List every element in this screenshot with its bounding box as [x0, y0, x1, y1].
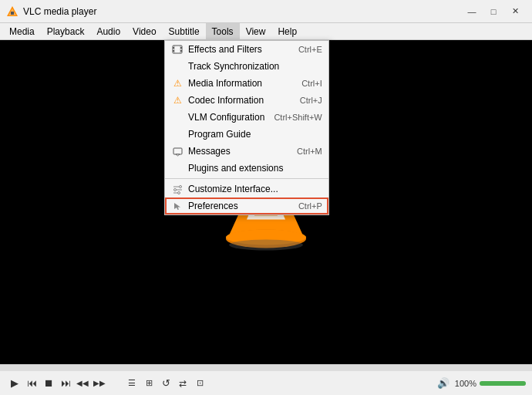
menu-separator — [165, 178, 328, 179]
menu-audio[interactable]: Audio — [90, 23, 126, 40]
faster-button[interactable]: ▶▶ — [91, 375, 108, 392]
minimize-button[interactable]: — — [461, 1, 483, 22]
app-icon — [6, 5, 19, 18]
maximize-button[interactable]: □ — [483, 1, 504, 22]
playlist-button[interactable]: ☰ — [123, 375, 140, 392]
seek-bar[interactable] — [0, 365, 532, 371]
menu-item-vlm[interactable]: VLM Configuration Ctrl+Shift+W — [165, 109, 328, 126]
play-button[interactable]: ▶ — [6, 375, 23, 392]
loop-button[interactable]: ↺ — [157, 375, 174, 392]
menu-tools[interactable]: Tools — [206, 23, 240, 40]
plugins-label: Plugins and extensions — [188, 163, 313, 174]
control-bar: ▶ ⏮ ⏹ ⏭ ◀◀ ▶▶ ☰ ⊞ ↺ ⇄ ⊡ 🔊 100% — [0, 364, 532, 395]
media-info-shortcut: Ctrl+I — [301, 79, 322, 88]
track-sync-label: Track Synchronization — [188, 61, 313, 72]
codec-info-label: Codec Information — [188, 95, 291, 106]
customize-label: Customize Interface... — [188, 184, 313, 194]
menu-subtitle[interactable]: Subtitle — [163, 23, 206, 40]
app-title: VLC media player — [23, 6, 461, 17]
menu-item-plugins[interactable]: Plugins and extensions — [165, 160, 328, 177]
program-guide-label: Program Guide — [188, 129, 313, 140]
menu-item-track-sync[interactable]: Track Synchronization — [165, 58, 328, 75]
film-icon — [170, 44, 185, 55]
preferences-shortcut: Ctrl+P — [298, 201, 322, 211]
preferences-label: Preferences — [188, 201, 289, 211]
extended-button[interactable]: ⊞ — [140, 375, 157, 392]
warning-icon-media: ⚠ — [170, 78, 185, 89]
main-area: Effects and Filters Ctrl+E Track Synchro… — [0, 40, 532, 363]
warning-icon-codec: ⚠ — [170, 95, 185, 106]
media-info-label: Media Information — [188, 78, 292, 89]
controls-row: ▶ ⏮ ⏹ ⏭ ◀◀ ▶▶ ☰ ⊞ ↺ ⇄ ⊡ 🔊 100% — [0, 371, 532, 395]
volume-area: 🔊 100% — [435, 375, 526, 392]
svg-marker-17 — [176, 154, 180, 156]
volume-icon: 🔊 — [435, 375, 452, 392]
vlm-label: VLM Configuration — [188, 112, 264, 123]
svg-rect-16 — [173, 148, 182, 154]
menu-item-program-guide[interactable]: Program Guide — [165, 126, 328, 143]
svg-point-22 — [177, 191, 180, 194]
menu-bar: Media Playback Audio Video Subtitle Tool… — [0, 23, 532, 40]
menu-item-customize[interactable]: Customize Interface... — [165, 181, 328, 198]
preferences-icon — [170, 201, 185, 211]
menu-playback[interactable]: Playback — [41, 23, 91, 40]
tools-dropdown-menu: Effects and Filters Ctrl+E Track Synchro… — [164, 40, 329, 215]
menu-item-preferences[interactable]: Preferences Ctrl+P — [165, 198, 328, 214]
menu-view[interactable]: View — [240, 23, 272, 40]
window-controls: — □ ✕ — [461, 1, 526, 22]
vlm-shortcut: Ctrl+Shift+W — [274, 113, 322, 122]
menu-item-effects[interactable]: Effects and Filters Ctrl+E — [165, 41, 328, 58]
svg-rect-2 — [11, 12, 14, 15]
svg-point-8 — [229, 240, 303, 251]
title-bar: VLC media player — □ ✕ — [0, 0, 532, 23]
frame-button[interactable]: ⊡ — [191, 375, 208, 392]
svg-point-18 — [179, 185, 181, 187]
volume-fill — [480, 381, 526, 386]
messages-shortcut: Ctrl+M — [297, 147, 322, 156]
menu-item-media-info[interactable]: ⚠ Media Information Ctrl+I — [165, 75, 328, 92]
next-button[interactable]: ⏭ — [57, 375, 74, 392]
slower-button[interactable]: ◀◀ — [74, 375, 91, 392]
menu-media[interactable]: Media — [3, 23, 41, 40]
svg-rect-12 — [180, 47, 182, 49]
messages-label: Messages — [188, 146, 288, 157]
menu-help[interactable]: Help — [271, 23, 303, 40]
codec-info-shortcut: Ctrl+J — [300, 96, 322, 105]
volume-bar[interactable] — [480, 381, 526, 386]
svg-marker-24 — [174, 203, 180, 210]
close-button[interactable]: ✕ — [504, 1, 526, 22]
menu-item-codec-info[interactable]: ⚠ Codec Information Ctrl+J — [165, 92, 328, 109]
volume-label: 100% — [455, 379, 476, 388]
messages-icon — [170, 147, 185, 157]
customize-icon — [170, 184, 185, 194]
menu-video[interactable]: Video — [126, 23, 162, 40]
stop-button[interactable]: ⏹ — [40, 375, 57, 392]
svg-rect-11 — [173, 50, 174, 52]
shuffle-button[interactable]: ⇄ — [174, 375, 191, 392]
prev-button[interactable]: ⏮ — [23, 375, 40, 392]
svg-rect-13 — [180, 50, 182, 52]
effects-shortcut: Ctrl+E — [298, 45, 322, 54]
svg-rect-10 — [173, 47, 174, 49]
menu-item-messages[interactable]: Messages Ctrl+M — [165, 143, 328, 160]
svg-point-20 — [173, 188, 176, 191]
effects-label: Effects and Filters — [188, 44, 289, 55]
